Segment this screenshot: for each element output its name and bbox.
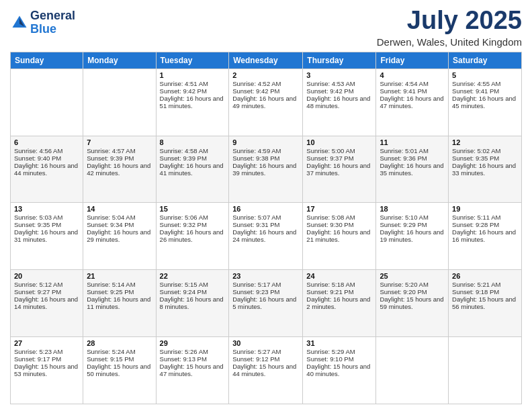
calendar-cell: 31Sunrise: 5:29 AMSunset: 9:10 PMDayligh… xyxy=(303,337,376,404)
sunrise-text: Sunrise: 5:21 AM xyxy=(452,281,518,288)
day-number: 5 xyxy=(452,71,518,79)
calendar-table: SundayMondayTuesdayWednesdayThursdayFrid… xyxy=(10,52,522,404)
sunset-text: Sunset: 9:37 PM xyxy=(306,154,372,162)
daylight-text: Daylight: 15 hours and 40 minutes. xyxy=(306,363,372,377)
sunrise-text: Sunrise: 4:56 AM xyxy=(14,147,79,154)
calendar-cell xyxy=(11,68,83,136)
sunrise-text: Sunrise: 4:55 AM xyxy=(452,80,518,87)
calendar-cell: 5Sunrise: 4:55 AMSunset: 9:41 PMDaylight… xyxy=(449,68,522,136)
sunset-text: Sunset: 9:34 PM xyxy=(87,221,152,228)
calendar-cell: 19Sunrise: 5:11 AMSunset: 9:28 PMDayligh… xyxy=(449,203,522,270)
day-number: 25 xyxy=(380,272,445,280)
calendar-cell: 15Sunrise: 5:06 AMSunset: 9:32 PMDayligh… xyxy=(156,203,229,270)
calendar-cell xyxy=(376,337,449,404)
calendar-cell: 7Sunrise: 4:57 AMSunset: 9:39 PMDaylight… xyxy=(83,136,156,203)
day-number: 3 xyxy=(306,71,372,79)
sunrise-text: Sunrise: 5:07 AM xyxy=(232,214,299,221)
sunrise-text: Sunrise: 4:52 AM xyxy=(232,80,299,87)
sunset-text: Sunset: 9:41 PM xyxy=(452,87,518,95)
calendar-cell: 20Sunrise: 5:12 AMSunset: 9:27 PMDayligh… xyxy=(11,270,83,337)
daylight-text: Daylight: 16 hours and 48 minutes. xyxy=(306,95,372,109)
calendar-cell: 27Sunrise: 5:23 AMSunset: 9:17 PMDayligh… xyxy=(11,337,83,404)
daylight-text: Daylight: 16 hours and 16 minutes. xyxy=(452,228,518,243)
calendar-cell: 18Sunrise: 5:10 AMSunset: 9:29 PMDayligh… xyxy=(376,203,449,270)
sunset-text: Sunset: 9:39 PM xyxy=(160,154,226,162)
sunset-text: Sunset: 9:10 PM xyxy=(306,355,372,363)
day-number: 22 xyxy=(160,272,226,280)
calendar-cell: 8Sunrise: 4:58 AMSunset: 9:39 PMDaylight… xyxy=(156,136,229,203)
sunrise-text: Sunrise: 5:23 AM xyxy=(14,348,79,355)
sunrise-text: Sunrise: 4:54 AM xyxy=(380,80,445,87)
sunrise-text: Sunrise: 5:20 AM xyxy=(380,281,445,288)
sunset-text: Sunset: 9:24 PM xyxy=(160,288,226,295)
sunset-text: Sunset: 9:42 PM xyxy=(232,87,299,95)
calendar-cell: 4Sunrise: 4:54 AMSunset: 9:41 PMDaylight… xyxy=(376,68,449,136)
logo-icon xyxy=(10,13,29,32)
calendar-cell: 22Sunrise: 5:15 AMSunset: 9:24 PMDayligh… xyxy=(156,270,229,337)
calendar-cell: 11Sunrise: 5:01 AMSunset: 9:36 PMDayligh… xyxy=(376,136,449,203)
sunset-text: Sunset: 9:42 PM xyxy=(306,87,372,95)
sunrise-text: Sunrise: 5:26 AM xyxy=(160,348,226,355)
daylight-text: Daylight: 16 hours and 2 minutes. xyxy=(306,295,372,310)
sunrise-text: Sunrise: 5:04 AM xyxy=(87,214,152,221)
col-header-sunday: Sunday xyxy=(11,52,83,68)
daylight-text: Daylight: 16 hours and 21 minutes. xyxy=(306,228,372,243)
sunset-text: Sunset: 9:32 PM xyxy=(160,221,226,228)
day-number: 1 xyxy=(160,71,226,79)
col-header-friday: Friday xyxy=(376,52,449,68)
calendar-week-row: 27Sunrise: 5:23 AMSunset: 9:17 PMDayligh… xyxy=(11,337,522,404)
calendar-cell: 29Sunrise: 5:26 AMSunset: 9:13 PMDayligh… xyxy=(156,337,229,404)
sunset-text: Sunset: 9:21 PM xyxy=(306,288,372,295)
calendar-cell: 10Sunrise: 5:00 AMSunset: 9:37 PMDayligh… xyxy=(303,136,376,203)
sunset-text: Sunset: 9:18 PM xyxy=(452,288,518,295)
calendar-cell: 13Sunrise: 5:03 AMSunset: 9:35 PMDayligh… xyxy=(11,203,83,270)
sunrise-text: Sunrise: 5:00 AM xyxy=(306,147,372,154)
day-number: 18 xyxy=(380,205,445,213)
sunset-text: Sunset: 9:35 PM xyxy=(452,154,518,162)
daylight-text: Daylight: 16 hours and 42 minutes. xyxy=(87,162,152,177)
daylight-text: Daylight: 16 hours and 47 minutes. xyxy=(380,95,445,109)
sunset-text: Sunset: 9:39 PM xyxy=(87,154,152,162)
daylight-text: Daylight: 16 hours and 14 minutes. xyxy=(14,295,79,310)
calendar-cell: 21Sunrise: 5:14 AMSunset: 9:25 PMDayligh… xyxy=(83,270,156,337)
logo-text-general: General xyxy=(30,9,75,23)
day-number: 28 xyxy=(87,339,152,347)
sunrise-text: Sunrise: 5:01 AM xyxy=(380,147,445,154)
daylight-text: Daylight: 16 hours and 44 minutes. xyxy=(14,162,79,177)
daylight-text: Daylight: 16 hours and 35 minutes. xyxy=(380,162,445,177)
sunset-text: Sunset: 9:35 PM xyxy=(14,221,79,228)
sunset-text: Sunset: 9:25 PM xyxy=(87,288,152,295)
sunset-text: Sunset: 9:42 PM xyxy=(160,87,226,95)
sunset-text: Sunset: 9:29 PM xyxy=(380,221,445,228)
col-header-thursday: Thursday xyxy=(303,52,376,68)
page: General Blue July 2025 Derwen, Wales, Un… xyxy=(0,0,532,411)
day-number: 29 xyxy=(160,339,226,347)
calendar-cell xyxy=(83,68,156,136)
day-number: 23 xyxy=(232,272,299,280)
daylight-text: Daylight: 16 hours and 5 minutes. xyxy=(232,295,299,310)
sunrise-text: Sunrise: 4:58 AM xyxy=(160,147,226,154)
month-title: July 2025 xyxy=(377,7,522,35)
sunset-text: Sunset: 9:31 PM xyxy=(232,221,299,228)
daylight-text: Daylight: 15 hours and 56 minutes. xyxy=(452,295,518,310)
sunrise-text: Sunrise: 5:29 AM xyxy=(306,348,372,355)
sunrise-text: Sunrise: 5:24 AM xyxy=(87,348,152,355)
sunrise-text: Sunrise: 5:17 AM xyxy=(232,281,299,288)
logo: General Blue xyxy=(10,9,75,36)
daylight-text: Daylight: 15 hours and 44 minutes. xyxy=(232,363,299,377)
sunrise-text: Sunrise: 5:11 AM xyxy=(452,214,518,221)
day-number: 15 xyxy=(160,205,226,213)
sunset-text: Sunset: 9:12 PM xyxy=(232,355,299,363)
daylight-text: Daylight: 15 hours and 53 minutes. xyxy=(14,363,79,377)
calendar-week-row: 6Sunrise: 4:56 AMSunset: 9:40 PMDaylight… xyxy=(11,136,522,203)
sunset-text: Sunset: 9:20 PM xyxy=(380,288,445,295)
daylight-text: Daylight: 16 hours and 8 minutes. xyxy=(160,295,226,310)
day-number: 16 xyxy=(232,205,299,213)
day-number: 10 xyxy=(306,138,372,146)
header: General Blue July 2025 Derwen, Wales, Un… xyxy=(10,7,522,48)
sunrise-text: Sunrise: 5:06 AM xyxy=(160,214,226,221)
sunset-text: Sunset: 9:27 PM xyxy=(14,288,79,295)
day-number: 8 xyxy=(160,138,226,146)
calendar-cell: 6Sunrise: 4:56 AMSunset: 9:40 PMDaylight… xyxy=(11,136,83,203)
daylight-text: Daylight: 16 hours and 24 minutes. xyxy=(232,228,299,243)
